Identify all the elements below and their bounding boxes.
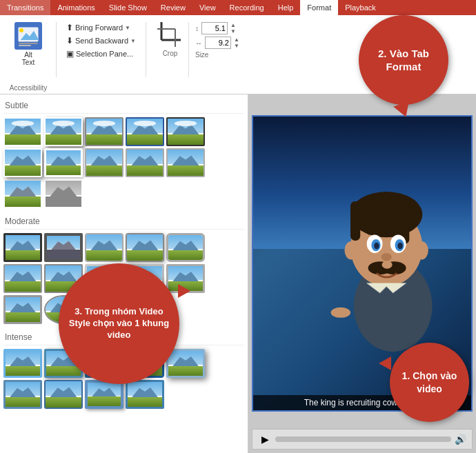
style-item[interactable] <box>85 380 123 409</box>
menu-playback[interactable]: Playback <box>338 0 383 15</box>
menu-slideshow[interactable]: Slide Show <box>102 0 154 15</box>
ribbon-sep-1 <box>56 22 57 77</box>
ribbon-sep-2 <box>146 22 146 77</box>
style-item[interactable] <box>3 179 42 208</box>
style-item[interactable] <box>85 117 123 146</box>
style-item[interactable] <box>44 148 83 177</box>
style-item-selected[interactable] <box>126 117 164 146</box>
svg-point-28 <box>415 241 428 260</box>
style-item[interactable] <box>3 349 42 378</box>
arrange-section: ⬆ Bring Forward ▼ ⬇ Send Backward ▼ ▣ Se… <box>59 19 243 81</box>
height-row: ↕ ▲▼ <box>195 22 239 34</box>
svg-point-29 <box>330 308 350 318</box>
style-item[interactable] <box>126 380 164 409</box>
height-input[interactable] <box>201 22 228 34</box>
moderate-label: Moderate <box>3 214 244 230</box>
style-item[interactable] <box>3 295 42 324</box>
ribbon-sep-3 <box>188 22 189 77</box>
accessibility-group-label: Accessibility <box>10 84 47 94</box>
menu-bar: Transitions Animations Slide Show Review… <box>0 0 476 15</box>
style-item[interactable] <box>3 380 42 409</box>
send-backward-icon: ⬇ <box>66 36 73 46</box>
bring-forward-icon: ⬆ <box>66 23 73 32</box>
main-content: Subtle Moderate <box>0 94 476 453</box>
style-item[interactable] <box>44 117 83 146</box>
subtle-label: Subtle <box>3 98 244 114</box>
send-backward-button[interactable]: ⬇ Send Backward ▼ <box>62 34 140 47</box>
arrange-group: ⬆ Bring Forward ▼ ⬇ Send Backward ▼ ▣ Se… <box>59 19 143 63</box>
style-item[interactable] <box>3 264 42 293</box>
svg-point-26 <box>381 261 392 269</box>
style-item[interactable] <box>44 380 83 409</box>
svg-point-22 <box>397 243 403 249</box>
height-arrows[interactable]: ▲▼ <box>230 22 236 34</box>
alt-text-icon <box>14 22 42 50</box>
menu-help[interactable]: Help <box>271 0 301 15</box>
video-controls: ▶ 🔊 <box>252 429 473 450</box>
style-item[interactable] <box>85 233 123 262</box>
send-backward-dropdown-arrow: ▼ <box>130 38 136 44</box>
menu-format[interactable]: Format <box>300 0 338 15</box>
volume-button[interactable]: 🔊 <box>455 434 466 445</box>
menu-view[interactable]: View <box>192 0 223 15</box>
crop-label: Crop <box>163 50 178 59</box>
selection-pane-label: Selection Pane... <box>76 50 133 58</box>
menu-review[interactable]: Review <box>154 0 192 15</box>
bubble-format: 2. Vào Tab Format <box>359 15 448 105</box>
svg-point-21 <box>374 243 379 249</box>
width-label: ↔ <box>195 39 202 47</box>
style-item[interactable] <box>166 233 205 262</box>
menu-animations[interactable]: Animations <box>50 0 101 15</box>
svg-point-27 <box>344 241 357 260</box>
height-label: ↕ <box>195 25 199 32</box>
play-button[interactable]: ▶ <box>258 432 272 446</box>
menu-recording[interactable]: Recording <box>223 0 271 15</box>
style-item[interactable] <box>3 233 42 262</box>
alt-text-label: AltText <box>22 51 34 66</box>
style-item[interactable] <box>166 349 205 378</box>
progress-bar[interactable] <box>275 436 451 442</box>
bubble-choose-video: 1. Chọn vào video <box>390 343 469 422</box>
width-row: ↔ ▲▼ <box>195 37 239 49</box>
send-backward-label: Send Backward <box>75 37 128 45</box>
width-input[interactable] <box>205 37 231 49</box>
style-item[interactable] <box>3 117 42 146</box>
size-group: ↕ ▲▼ ↔ ▲▼ Size <box>192 19 243 64</box>
style-item[interactable] <box>166 117 205 146</box>
svg-rect-6 <box>19 43 38 44</box>
subtle-grid <box>3 117 244 208</box>
style-item[interactable] <box>44 179 83 208</box>
bring-forward-label: Bring Forward <box>75 23 123 32</box>
selection-pane-icon: ▣ <box>66 49 74 59</box>
accessibility-group: AltText Accessibility <box>3 19 53 94</box>
style-item[interactable] <box>44 233 83 262</box>
style-item[interactable] <box>126 148 164 177</box>
svg-point-14 <box>350 192 422 237</box>
svg-rect-7 <box>19 45 31 46</box>
selection-pane-button[interactable]: ▣ Selection Pane... <box>62 48 140 60</box>
width-arrows[interactable]: ▲▼ <box>234 37 239 49</box>
svg-rect-15 <box>350 201 360 241</box>
crop-button[interactable] <box>155 19 186 50</box>
bubble-video-style: 3. Trong nhóm Video Style chọn vào 1 khu… <box>59 263 179 384</box>
bring-forward-button[interactable]: ⬆ Bring Forward ▼ <box>62 21 140 34</box>
svg-point-5 <box>19 28 23 32</box>
style-item[interactable] <box>3 148 42 177</box>
bring-forward-dropdown-arrow: ▼ <box>125 25 130 31</box>
ribbon: AltText Accessibility ⬆ Bring Forward ▼ … <box>0 15 476 94</box>
style-item[interactable] <box>166 148 205 177</box>
style-item[interactable] <box>126 233 164 262</box>
slide-area: ↺ <box>248 94 476 453</box>
style-item[interactable] <box>85 148 123 177</box>
menu-transitions[interactable]: Transitions <box>0 0 50 15</box>
svg-point-23 <box>381 253 391 261</box>
size-label: Size <box>195 51 239 61</box>
crop-group: Crop <box>155 19 186 59</box>
alt-text-button[interactable]: AltText <box>9 19 48 70</box>
